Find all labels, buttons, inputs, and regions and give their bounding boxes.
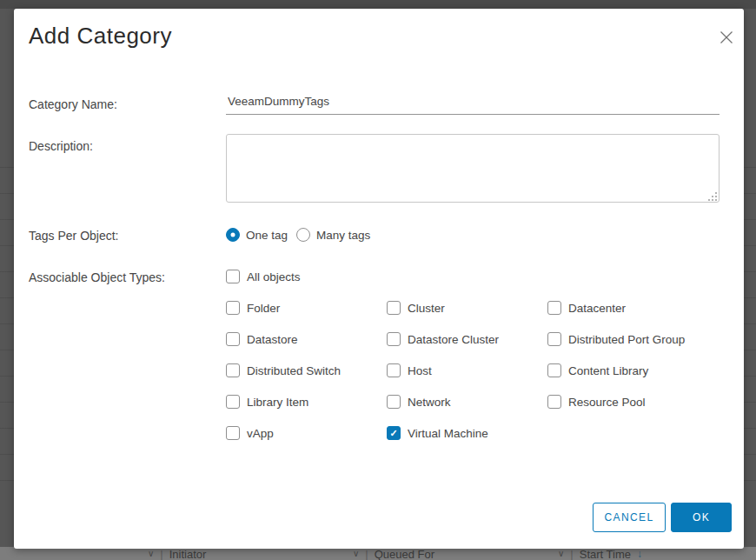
column-divider: | bbox=[365, 548, 368, 560]
radio-option-label: Many tags bbox=[316, 229, 370, 242]
tags-per-object-options: One tagMany tags bbox=[226, 228, 370, 242]
checkbox-item-datacenter[interactable]: Datacenter bbox=[547, 301, 730, 315]
checkbox-unchecked-icon[interactable] bbox=[547, 301, 561, 315]
close-button[interactable] bbox=[715, 26, 738, 49]
column-filter-icon: ∨ bbox=[353, 549, 359, 558]
dialog-title: Add Category bbox=[29, 23, 172, 50]
all-objects-checkbox-row: All objects bbox=[226, 270, 301, 283]
checkbox-unchecked-icon[interactable] bbox=[226, 270, 240, 283]
checkbox-label: All objects bbox=[247, 270, 301, 283]
radio-option[interactable]: Many tags bbox=[296, 228, 370, 242]
checkbox-label: Datacenter bbox=[568, 302, 626, 315]
checkbox-unchecked-icon[interactable] bbox=[387, 363, 401, 377]
checkbox-unchecked-icon[interactable] bbox=[387, 395, 401, 409]
column-label: Queued For bbox=[375, 548, 434, 560]
checkbox-item-datastore-cluster[interactable]: Datastore Cluster bbox=[387, 332, 547, 346]
object-type-grid: FolderClusterDatacenterDatastoreDatastor… bbox=[226, 301, 730, 440]
close-icon bbox=[720, 30, 733, 44]
checkbox-label: Distributed Switch bbox=[247, 364, 341, 377]
checkbox-item-resource-pool[interactable]: Resource Pool bbox=[547, 395, 730, 409]
checkbox-item-datastore[interactable]: Datastore bbox=[226, 332, 387, 346]
column-filter-icon: ∨ bbox=[558, 549, 564, 558]
checkbox-unchecked-icon[interactable] bbox=[226, 363, 240, 377]
checkbox-unchecked-icon[interactable] bbox=[387, 301, 401, 315]
checkbox-unchecked-icon[interactable] bbox=[226, 426, 240, 440]
checkbox-label: vApp bbox=[247, 427, 274, 440]
checkbox-item-all-objects[interactable]: All objects bbox=[226, 270, 301, 283]
radio-unselected-icon[interactable] bbox=[296, 228, 310, 242]
cancel-button[interactable]: CANCEL bbox=[593, 503, 666, 532]
add-category-dialog: Add Category Category Name: Description:… bbox=[14, 9, 744, 549]
radio-selected-icon[interactable] bbox=[226, 228, 240, 242]
checkbox-item-virtual-machine[interactable]: ✓Virtual Machine bbox=[387, 426, 547, 440]
checkbox-item-vapp[interactable]: vApp bbox=[226, 426, 387, 440]
checkbox-item-content-library[interactable]: Content Library bbox=[547, 363, 730, 377]
background-column-start-time: ∨|Start Time↓ bbox=[558, 548, 642, 560]
checkbox-item-distributed-port-group[interactable]: Distributed Port Group bbox=[547, 332, 730, 346]
dialog-footer: CANCEL OK bbox=[593, 503, 732, 532]
checkbox-item-host[interactable]: Host bbox=[387, 363, 547, 377]
tags-per-object-label: Tags Per Object: bbox=[29, 229, 119, 243]
checkbox-label: Datastore Cluster bbox=[408, 333, 499, 346]
description-textarea[interactable] bbox=[226, 134, 720, 203]
checkbox-unchecked-icon[interactable] bbox=[547, 363, 561, 377]
column-label: Start Time bbox=[580, 548, 631, 560]
checkbox-item-library-item[interactable]: Library Item bbox=[226, 395, 387, 409]
resize-grip-icon[interactable] bbox=[708, 192, 717, 201]
checkbox-label: Cluster bbox=[408, 302, 445, 315]
radio-dot-icon bbox=[231, 233, 235, 237]
sort-descending-icon: ↓ bbox=[637, 548, 642, 560]
background-column-queued-for: ∨|Queued For bbox=[353, 548, 434, 560]
column-filter-icon: ∨ bbox=[148, 549, 154, 558]
column-divider: | bbox=[160, 548, 162, 560]
category-name-input[interactable] bbox=[226, 92, 720, 115]
checkbox-item-folder[interactable]: Folder bbox=[226, 301, 387, 315]
checkbox-unchecked-icon[interactable] bbox=[226, 301, 240, 315]
checkbox-label: Distributed Port Group bbox=[568, 333, 685, 346]
checkbox-label: Datastore bbox=[247, 333, 298, 346]
radio-option-label: One tag bbox=[246, 229, 288, 242]
checkbox-label: Virtual Machine bbox=[408, 427, 488, 440]
background-column-initiator: ∨|Initiator bbox=[148, 548, 206, 560]
checkbox-label: Network bbox=[408, 396, 451, 409]
ok-button[interactable]: OK bbox=[671, 503, 732, 532]
checkbox-label: Host bbox=[408, 364, 432, 377]
checkbox-unchecked-icon[interactable] bbox=[226, 332, 240, 346]
checkbox-item-cluster[interactable]: Cluster bbox=[387, 301, 547, 315]
checkbox-item-distributed-switch[interactable]: Distributed Switch bbox=[226, 363, 387, 377]
checkbox-unchecked-icon[interactable] bbox=[387, 332, 401, 346]
radio-option[interactable]: One tag bbox=[226, 228, 288, 242]
checkbox-label: Resource Pool bbox=[568, 396, 646, 409]
checkbox-checked-icon[interactable]: ✓ bbox=[387, 426, 401, 440]
dimmed-background-top bbox=[0, 0, 756, 9]
checkbox-label: Content Library bbox=[568, 364, 648, 377]
column-label: Initiator bbox=[169, 548, 207, 560]
checkbox-label: Folder bbox=[247, 302, 280, 315]
checkbox-unchecked-icon[interactable] bbox=[547, 395, 561, 409]
checkbox-label: Library Item bbox=[247, 396, 308, 409]
category-name-label: Category Name: bbox=[29, 97, 117, 111]
associable-object-types-label: Associable Object Types: bbox=[29, 270, 165, 284]
description-label: Description: bbox=[29, 139, 93, 153]
checkbox-unchecked-icon[interactable] bbox=[547, 332, 561, 346]
checkbox-unchecked-icon[interactable] bbox=[226, 395, 240, 409]
column-divider: | bbox=[570, 548, 573, 560]
checkbox-item-network[interactable]: Network bbox=[387, 395, 547, 409]
